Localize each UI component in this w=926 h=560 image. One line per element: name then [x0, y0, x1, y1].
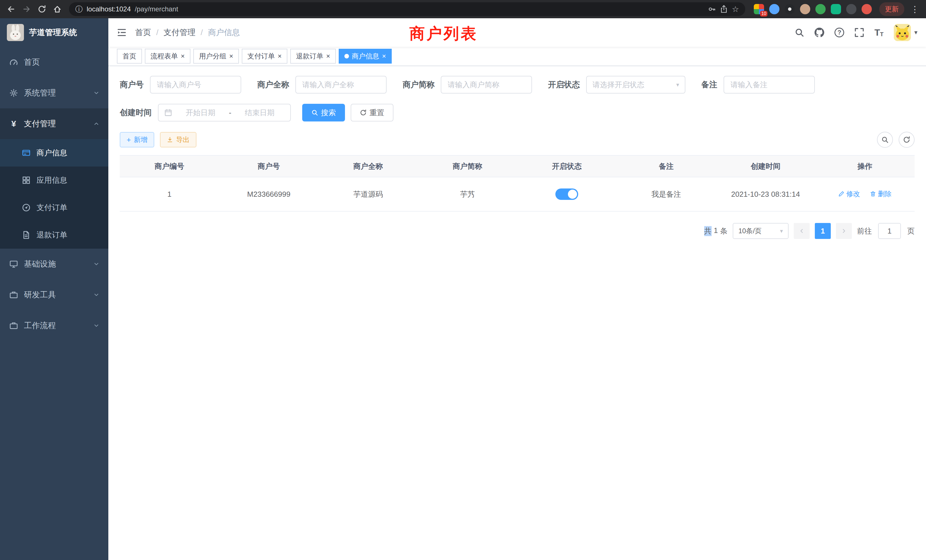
- sidebar-toggle-icon[interactable]: [117, 28, 127, 37]
- extension-icon-5[interactable]: [816, 4, 826, 14]
- tab-close-icon[interactable]: ×: [278, 53, 282, 60]
- share-icon[interactable]: [720, 5, 728, 13]
- status-toggle[interactable]: [555, 188, 578, 200]
- column-header-status: 开启状态: [517, 155, 617, 177]
- breadcrumb: 首页 / 支付管理 / 商户信息: [135, 27, 240, 38]
- breadcrumb-home[interactable]: 首页: [135, 27, 151, 38]
- column-header-remark: 备注: [617, 155, 716, 177]
- cell-short-name: 芋艿: [418, 177, 517, 211]
- address-bar[interactable]: ⓘ localhost:1024/pay/merchant ☆: [69, 2, 745, 16]
- font-size-small: T: [880, 31, 884, 37]
- plus-icon: +: [127, 136, 131, 144]
- browser-back-button[interactable]: [3, 2, 19, 17]
- export-button[interactable]: 导出: [160, 132, 197, 147]
- extension-icon-6[interactable]: [831, 4, 841, 14]
- search-button[interactable]: 搜索: [302, 104, 345, 121]
- goto-page-input[interactable]: [878, 223, 901, 239]
- add-button[interactable]: + 新增: [120, 132, 154, 147]
- status-select[interactable]: 请选择开启状态 ▾: [586, 76, 685, 94]
- tab-process-form[interactable]: 流程表单 ×: [145, 49, 191, 64]
- filter-row-1: 商户号 商户全称 商户简称 开启状态 请选择开启状态 ▾: [120, 76, 915, 94]
- extension-icon-1[interactable]: 10: [754, 4, 764, 14]
- search-button-label: 搜索: [321, 108, 336, 118]
- column-header-actions: 操作: [816, 155, 915, 177]
- payment-submenu: 商户信息 应用信息 支付订单 退款订单: [0, 139, 108, 249]
- chevron-down-icon: ▾: [780, 227, 783, 235]
- sidebar-item-refund-orders[interactable]: 退款订单: [0, 221, 108, 249]
- tab-close-icon[interactable]: ×: [382, 53, 386, 60]
- sidebar-item-label: 工作流程: [24, 320, 88, 331]
- github-icon[interactable]: [814, 28, 824, 37]
- tab-pay-orders[interactable]: 支付订单 ×: [242, 49, 287, 64]
- extension-icon-8[interactable]: [862, 4, 872, 14]
- filter-status: 开启状态 请选择开启状态 ▾: [548, 76, 685, 94]
- sidebar-item-payment[interactable]: ¥ 支付管理: [0, 108, 108, 139]
- tab-refund-orders[interactable]: 退款订单 ×: [290, 49, 336, 64]
- table-toolbar: + 新增 导出: [120, 132, 915, 148]
- site-info-icon[interactable]: ⓘ: [75, 4, 83, 14]
- edit-label: 修改: [846, 189, 860, 198]
- sidebar-item-workflow[interactable]: 工作流程: [0, 310, 108, 341]
- sidebar-item-pay-orders[interactable]: 支付订单: [0, 194, 108, 221]
- page-size-select[interactable]: 10条/页 ▾: [733, 223, 788, 239]
- tab-merchant-info[interactable]: 商户信息 ×: [339, 49, 392, 64]
- tab-user-groups[interactable]: 用户分组 ×: [193, 49, 239, 64]
- next-page-button[interactable]: [836, 223, 852, 239]
- column-header-id: 商户编号: [120, 155, 219, 177]
- sidebar-item-app-info[interactable]: 应用信息: [0, 166, 108, 194]
- browser-menu-icon[interactable]: ⋮: [907, 4, 923, 14]
- sidebar-item-label: 研发工具: [24, 289, 88, 300]
- cell-full-name: 芋道源码: [318, 177, 418, 211]
- help-icon[interactable]: ?: [834, 28, 844, 37]
- extension-icon-7[interactable]: [846, 4, 856, 14]
- column-header-merchant-no: 商户号: [219, 155, 319, 177]
- tab-close-icon[interactable]: ×: [181, 53, 185, 60]
- bookmark-star-icon[interactable]: ☆: [732, 5, 739, 14]
- url-path: /pay/merchant: [135, 5, 178, 13]
- total-count: 1: [714, 226, 718, 236]
- page-size-value: 10条/页: [738, 226, 761, 236]
- password-key-icon[interactable]: [708, 5, 716, 13]
- browser-home-button[interactable]: [50, 2, 65, 17]
- sidebar-item-label: 支付订单: [36, 203, 99, 213]
- edit-link[interactable]: 修改: [838, 189, 860, 198]
- prev-page-button[interactable]: [794, 223, 809, 239]
- extension-icon-2[interactable]: [769, 4, 779, 14]
- cell-create-time: 2021-10-23 08:31:14: [716, 177, 816, 211]
- create-time-range-picker[interactable]: 开始日期 - 结束日期: [158, 104, 291, 121]
- table-header-row: 商户编号 商户号 商户全称 商户简称 开启状态 备注 创建时间 操作: [120, 155, 915, 177]
- refresh-table-button[interactable]: [899, 132, 915, 148]
- browser-forward-button[interactable]: [19, 2, 34, 17]
- tab-close-icon[interactable]: ×: [229, 53, 233, 60]
- page-number-button[interactable]: 1: [815, 223, 831, 239]
- tab-home[interactable]: 首页: [117, 49, 142, 64]
- browser-update-button[interactable]: 更新: [879, 2, 904, 16]
- reset-button[interactable]: 重置: [351, 104, 393, 121]
- table-row: 1 M233666999 芋道源码 芋艿 我是备注 2021-10-23 08:…: [120, 177, 915, 211]
- fullscreen-icon[interactable]: [855, 28, 864, 37]
- font-size-icon[interactable]: TT: [875, 28, 884, 37]
- delete-link[interactable]: 删除: [870, 189, 891, 198]
- breadcrumb-payment[interactable]: 支付管理: [163, 27, 195, 38]
- sidebar-item-home[interactable]: 首页: [0, 47, 108, 77]
- cell-status: [517, 177, 617, 211]
- short-name-input[interactable]: [441, 76, 532, 94]
- card-icon: [22, 148, 31, 157]
- header-search-icon[interactable]: [794, 28, 804, 37]
- extension-icon-3[interactable]: [785, 4, 795, 14]
- extension-icon-4[interactable]: [800, 4, 810, 14]
- app-logo[interactable]: 芋道管理系统: [0, 18, 108, 47]
- merchant-no-input[interactable]: [150, 76, 241, 94]
- browser-reload-button[interactable]: [34, 2, 50, 17]
- start-date-placeholder: 开始日期: [176, 108, 225, 118]
- sidebar-item-infrastructure[interactable]: 基础设施: [0, 249, 108, 279]
- full-name-input[interactable]: [295, 76, 387, 94]
- filter-full-name: 商户全称: [257, 76, 387, 94]
- tab-close-icon[interactable]: ×: [326, 53, 330, 60]
- sidebar-item-system[interactable]: 系统管理: [0, 77, 108, 108]
- sidebar-item-merchant-info[interactable]: 商户信息: [0, 139, 108, 166]
- toggle-search-button[interactable]: [877, 132, 893, 148]
- sidebar-item-dev-tools[interactable]: 研发工具: [0, 279, 108, 310]
- remark-input[interactable]: [723, 76, 815, 94]
- user-menu[interactable]: ▾: [894, 24, 917, 41]
